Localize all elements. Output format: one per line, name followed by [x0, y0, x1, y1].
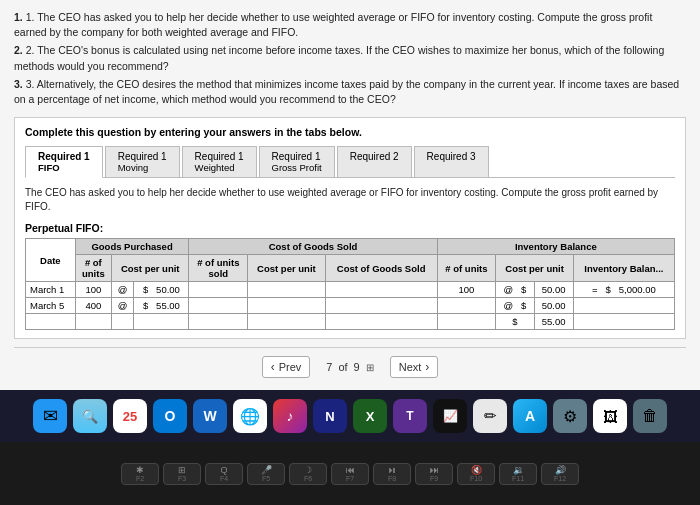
key-f9[interactable]: ⏭ F9: [415, 463, 453, 485]
cell-inv-balance-2: [573, 298, 674, 314]
cell-inv-units-2: [437, 298, 496, 314]
tabs-row: Required 1FIFO Required 1Moving Required…: [25, 146, 675, 178]
key-f2[interactable]: ✱ F2: [121, 463, 159, 485]
tab-required1-moving[interactable]: Required 1Moving: [105, 146, 180, 177]
taskbar-mail-icon[interactable]: ✉: [33, 399, 67, 433]
cell-inv-balance-1: = $ 5,000.00: [573, 282, 674, 298]
taskbar-photos-icon[interactable]: 🖼: [593, 399, 627, 433]
cell-cogs-total-2[interactable]: [325, 298, 437, 314]
cell-inv-cpu-2: 50.00: [534, 298, 573, 314]
cell-inv-at-1: @ $: [496, 282, 534, 298]
key-f3[interactable]: ⊞ F3: [163, 463, 201, 485]
cell-inv-balance-3: [573, 314, 674, 330]
next-label: Next: [399, 361, 422, 373]
cell-cogs-cpu-2[interactable]: [248, 298, 325, 314]
subh-inv-cpu: Cost per unit: [496, 255, 573, 282]
taskbar-calendar-icon[interactable]: 25: [113, 399, 147, 433]
prev-label: Prev: [279, 361, 302, 373]
taskbar-appstore-icon[interactable]: A: [513, 399, 547, 433]
cell-date-1: March 1: [26, 282, 76, 298]
page-info: 7 of 9 ⊞: [326, 361, 373, 373]
tab-required1-fifo[interactable]: Required 1FIFO: [25, 146, 103, 178]
key-f7[interactable]: ⏮ F7: [331, 463, 369, 485]
group-inventory-balance: Inventory Balance: [437, 239, 674, 255]
cell-date-2: March 5: [26, 298, 76, 314]
next-button[interactable]: Next ›: [390, 356, 439, 378]
next-arrow-icon: ›: [425, 360, 429, 374]
tab-required2[interactable]: Required 2: [337, 146, 412, 177]
keyboard-row-1: ✱ F2 ⊞ F3 Q F4 🎤 F5 ☽ F6 ⏮ F7 ⏯ F8 ⏭ F9: [121, 463, 579, 485]
page-current: 7: [326, 361, 332, 373]
group-goods-purchased: Goods Purchased: [75, 239, 189, 255]
taskbar-music-icon[interactable]: ♪: [273, 399, 307, 433]
taskbar-excel-icon[interactable]: X: [353, 399, 387, 433]
taskbar-trash-icon[interactable]: 🗑: [633, 399, 667, 433]
cell-inv-at-3: $: [496, 314, 534, 330]
key-f11[interactable]: 🔉 F11: [499, 463, 537, 485]
key-f12[interactable]: 🔊 F12: [541, 463, 579, 485]
table-row: March 1 100 @ $ 50.00 100 @ $ 50.00 = $ …: [26, 282, 675, 298]
cell-inv-cpu-3: 55.00: [534, 314, 573, 330]
cell-cogs-units-2[interactable]: [189, 298, 248, 314]
key-f6[interactable]: ☽ F6: [289, 463, 327, 485]
cell-cogs-units-1[interactable]: [189, 282, 248, 298]
subh-inv-units: # of units: [437, 255, 496, 282]
subh-gp-cost: Cost per unit: [111, 255, 188, 282]
page-sep: of: [338, 361, 347, 373]
taskbar-stocks-icon[interactable]: 📈: [433, 399, 467, 433]
col-date: Date: [26, 239, 76, 282]
taskbar-settings-icon[interactable]: ⚙: [553, 399, 587, 433]
grid-icon[interactable]: ⊞: [366, 362, 374, 373]
instruction-2: 2. 2. The CEO's bonus is calculated usin…: [14, 43, 686, 73]
cell-date-3: [26, 314, 76, 330]
key-f8[interactable]: ⏯ F8: [373, 463, 411, 485]
instruction-1: 1. 1. The CEO has asked you to help her …: [14, 10, 686, 40]
instruction-3: 3. 3. Alternatively, the CEO desires the…: [14, 77, 686, 107]
question-box: Complete this question by entering your …: [14, 117, 686, 339]
taskbar-pen-icon[interactable]: ✏: [473, 399, 507, 433]
cell-inv-units-3: [437, 314, 496, 330]
tab-required1-weighted[interactable]: Required 1Weighted: [182, 146, 257, 177]
subh-cogs-units: # of unitssold: [189, 255, 248, 282]
cell-gp-at-1: @: [111, 282, 133, 298]
complete-instruction: Complete this question by entering your …: [25, 126, 675, 138]
key-f5[interactable]: 🎤 F5: [247, 463, 285, 485]
page-total: 9: [354, 361, 360, 373]
cell-gp-cost-3: [134, 314, 189, 330]
taskbar-outlook-icon[interactable]: Ο: [153, 399, 187, 433]
cell-inv-cpu-1: 50.00: [534, 282, 573, 298]
taskbar-teams-icon[interactable]: T: [393, 399, 427, 433]
subh-cogs-cpu: Cost per unit: [248, 255, 325, 282]
key-f10[interactable]: 🔇 F10: [457, 463, 495, 485]
taskbar-word-icon[interactable]: W: [193, 399, 227, 433]
tab-description: The CEO has asked you to help her decide…: [25, 186, 675, 214]
main-content: 1. 1. The CEO has asked you to help her …: [0, 0, 700, 390]
cell-cogs-units-3[interactable]: [189, 314, 248, 330]
subh-inv-balance: Inventory Balan...: [573, 255, 674, 282]
prev-arrow-icon: ‹: [271, 360, 275, 374]
tab-required3[interactable]: Required 3: [414, 146, 489, 177]
cell-gp-cost-2: $ 55.00: [134, 298, 189, 314]
prev-button[interactable]: ‹ Prev: [262, 356, 311, 378]
key-f4[interactable]: Q F4: [205, 463, 243, 485]
cell-gp-at-3: [111, 314, 133, 330]
table-row: March 5 400 @ $ 55.00 @ $ 50.00: [26, 298, 675, 314]
cell-cogs-cpu-1[interactable]: [248, 282, 325, 298]
taskbar-n-icon[interactable]: N: [313, 399, 347, 433]
section-title: Perpetual FIFO:: [25, 222, 675, 234]
cell-cogs-total-1[interactable]: [325, 282, 437, 298]
cell-inv-at-2: @ $: [496, 298, 534, 314]
subh-gp-units: # ofunits: [75, 255, 111, 282]
navigation-bar: ‹ Prev 7 of 9 ⊞ Next ›: [14, 347, 686, 386]
taskbar-finder-icon[interactable]: 🔍: [73, 399, 107, 433]
fifo-table: Date Goods Purchased Cost of Goods Sold …: [25, 238, 675, 330]
cell-cogs-cpu-3[interactable]: [248, 314, 325, 330]
cell-gp-units-1: 100: [75, 282, 111, 298]
cell-gp-units-2: 400: [75, 298, 111, 314]
cell-cogs-total-3[interactable]: [325, 314, 437, 330]
taskbar: ✉ 🔍 25 Ο W 🌐 ♪ N X T 📈 ✏ A ⚙ 🖼 🗑: [0, 390, 700, 442]
keyboard-area: ✱ F2 ⊞ F3 Q F4 🎤 F5 ☽ F6 ⏮ F7 ⏯ F8 ⏭ F9: [0, 442, 700, 505]
taskbar-chrome-icon[interactable]: 🌐: [233, 399, 267, 433]
tab-required1-gross-profit[interactable]: Required 1Gross Profit: [259, 146, 335, 177]
subh-cogs-total: Cost of Goods Sold: [325, 255, 437, 282]
